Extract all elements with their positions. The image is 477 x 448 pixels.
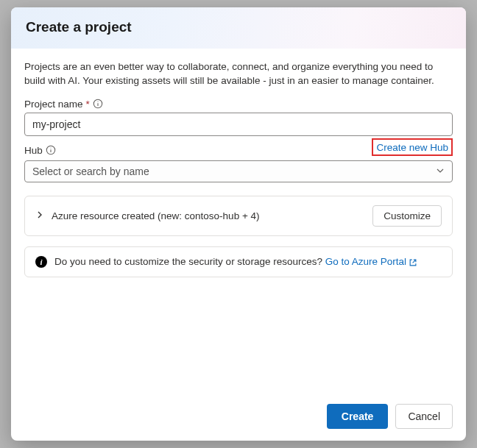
hub-label-text: Hub	[24, 145, 43, 156]
security-info-card: i Do you need to customize the security …	[24, 246, 453, 277]
info-question: Do you need to customize the security or…	[54, 256, 325, 267]
resource-summary-text: Azure resource created (new: contoso-hub…	[52, 210, 260, 221]
hub-select-placeholder: Select or search by name	[32, 166, 149, 177]
modal-body: Projects are an even better way to colla…	[11, 49, 466, 394]
info-icon: i	[35, 256, 47, 268]
create-new-hub-link[interactable]: Create new Hub	[376, 142, 448, 153]
external-link-icon	[409, 258, 417, 267]
info-icon[interactable]	[93, 99, 103, 109]
chevron-down-icon	[436, 166, 445, 177]
modal-title: Create a project	[26, 19, 451, 35]
info-icon[interactable]	[46, 145, 56, 155]
cancel-button[interactable]: Cancel	[395, 404, 453, 429]
required-asterisk: *	[86, 99, 90, 110]
svg-line-6	[413, 260, 416, 263]
resource-summary-card: Azure resource created (new: contoso-hub…	[24, 196, 453, 236]
project-name-label-text: Project name	[24, 99, 83, 110]
chevron-right-icon[interactable]	[35, 210, 44, 221]
svg-point-2	[97, 102, 98, 102]
modal-header: Create a project	[11, 7, 466, 49]
svg-point-5	[50, 148, 51, 149]
project-name-input[interactable]	[24, 113, 453, 136]
project-name-label: Project name *	[24, 99, 453, 110]
info-card-text: Do you need to customize the security or…	[54, 256, 417, 267]
create-button[interactable]: Create	[327, 404, 389, 429]
portal-link-text: Go to Azure Portal	[325, 256, 406, 267]
create-project-modal: Create a project Projects are an even be…	[11, 7, 466, 441]
modal-description: Projects are an even better way to colla…	[24, 60, 453, 88]
modal-footer: Create Cancel	[11, 394, 466, 441]
go-to-azure-portal-link[interactable]: Go to Azure Portal	[325, 256, 417, 267]
create-hub-callout: Create new Hub	[372, 138, 453, 156]
hub-select[interactable]: Select or search by name	[24, 160, 453, 182]
hub-label: Hub	[24, 145, 56, 156]
customize-button[interactable]: Customize	[372, 205, 442, 227]
